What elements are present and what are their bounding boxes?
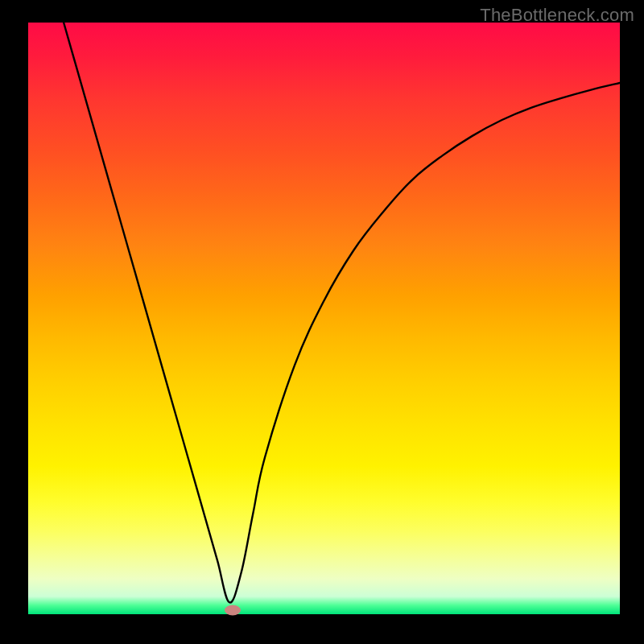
- bottleneck-curve: [64, 23, 620, 603]
- curve-svg: [28, 23, 620, 614]
- minimum-marker: [225, 605, 241, 615]
- plot-area: [28, 23, 620, 614]
- chart-frame: TheBottleneck.com: [0, 0, 644, 644]
